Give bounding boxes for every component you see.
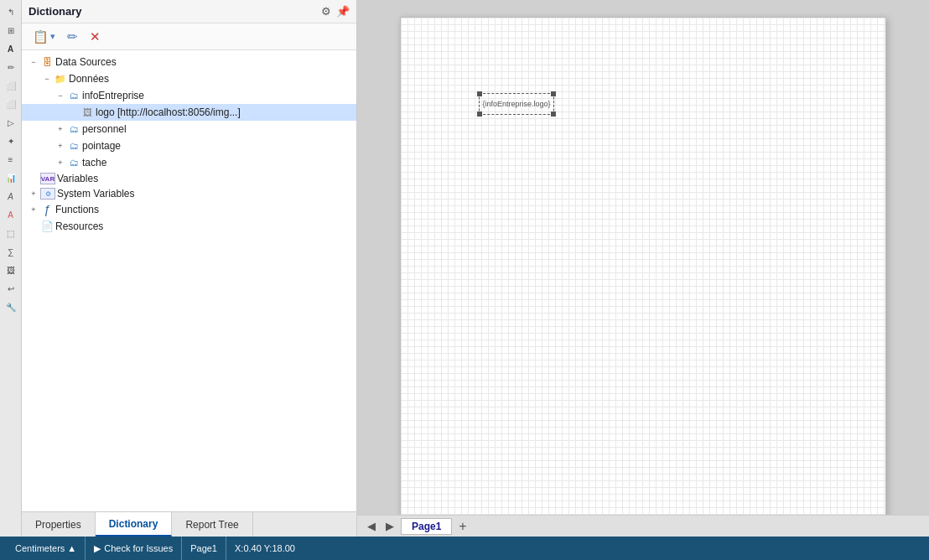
toggle-datasources[interactable]: − (29, 57, 39, 67)
logo-label: logo [http://localhost:8056/img...] (96, 106, 241, 118)
sidebar-icon-draw[interactable]: ✏ (3, 59, 19, 75)
sidebar-icon-label[interactable]: A (3, 206, 19, 223)
toggle-tache[interactable]: + (55, 158, 65, 168)
tab-dictionary-label: Dictionary (109, 518, 158, 530)
page1-tab[interactable]: Page1 (401, 518, 452, 535)
sidebar-icon-sum[interactable]: ∑ (3, 243, 19, 260)
tab-report-tree[interactable]: Report Tree (172, 512, 252, 537)
status-check[interactable]: ▶ Check for Issues (86, 537, 182, 560)
toggle-pointage[interactable]: + (55, 141, 65, 151)
status-bar: Centimeters ▲ ▶ Check for Issues Page1 X… (0, 537, 929, 560)
handle-tl[interactable] (477, 91, 482, 96)
table-icon-tache: 🗂 (67, 156, 80, 169)
toggle-logo (69, 107, 79, 117)
tree-item-functions[interactable]: + ƒ Functions (22, 201, 356, 218)
tache-label: tache (82, 157, 106, 169)
sidebar-icon-richtext[interactable]: A (3, 188, 19, 205)
sidebar-icon-rect[interactable]: ⬜ (3, 77, 19, 94)
variables-label: Variables (57, 173, 98, 184)
variables-icon: VAR (40, 173, 55, 184)
tree-item-tache[interactable]: + 🗂 tache (22, 154, 356, 171)
toggle-resources (29, 221, 39, 231)
tree-item-infoentreprise[interactable]: − 🗂 infoEntreprise (22, 87, 356, 104)
canvas-area: {infoEntreprise.logo} ◀ ▶ Page1 + (357, 0, 929, 537)
dictionary-header: Dictionary ⚙ 📌 (22, 0, 356, 23)
toggle-functions[interactable]: + (29, 205, 39, 215)
app-container: ↰ ⊞ A ✏ ⬜ ⬜ ▷ ✦ ≡ 📊 A A ⬚ ∑ 🖼 ↩ 🔧 Dictio… (0, 0, 929, 537)
handle-tr[interactable] (551, 91, 556, 96)
table-icon-pointage: 🗂 (67, 139, 80, 153)
donnees-label: Données (69, 73, 109, 85)
personnel-label: personnel (82, 123, 127, 135)
tree-item-donnees[interactable]: − 📁 Données (22, 70, 356, 87)
functions-icon: ƒ (40, 203, 54, 216)
page-navigation: ◀ ▶ Page1 + (357, 515, 929, 537)
handle-br[interactable] (551, 111, 556, 117)
sidebar-icon-table[interactable]: ⊞ (3, 22, 19, 39)
tree-item-pointage[interactable]: + 🗂 pointage (22, 137, 356, 154)
dictionary-toolbar: 📋 ▾ ✏ ✕ (22, 23, 356, 50)
tree-item-variables[interactable]: VAR Variables (22, 171, 356, 186)
sidebar-icon-cursor[interactable]: ↰ (3, 3, 19, 20)
add-icon: 📋 (33, 29, 49, 44)
header-icons: ⚙ 📌 (321, 5, 350, 18)
toggle-personnel[interactable]: + (55, 124, 65, 134)
tab-dictionary[interactable]: Dictionary (96, 512, 173, 537)
pointage-label: pointage (82, 140, 121, 152)
status-units[interactable]: Centimeters ▲ (7, 537, 86, 560)
tab-properties-label: Properties (35, 519, 81, 531)
sidebar-icon-list[interactable]: ≡ (3, 151, 19, 168)
status-page: Page1 (182, 537, 226, 560)
status-coordinates: X:0.40 Y:18.00 (226, 537, 304, 560)
toggle-systemvars[interactable]: + (29, 189, 39, 199)
sidebar-icon-arrow[interactable]: ▷ (3, 114, 19, 131)
infoentreprise-label: infoEntreprise (82, 90, 144, 101)
add-button[interactable]: 📋 ▾ (29, 27, 60, 47)
tree-item-systemvars[interactable]: + ⚙ System Variables (22, 186, 356, 201)
dictionary-panel: Dictionary ⚙ 📌 📋 ▾ ✏ ✕ − (22, 0, 357, 537)
settings-icon[interactable]: ⚙ (321, 5, 331, 18)
canvas-element-label: {infoEntreprise.logo} (482, 100, 550, 108)
folder-icon: 📁 (54, 72, 67, 86)
tree-item-resources[interactable]: 📄 Resources (22, 218, 356, 235)
bottom-tabs: Properties Dictionary Report Tree (22, 511, 356, 537)
prev-page-button[interactable]: ◀ (364, 520, 379, 532)
tree-item-datasources[interactable]: − 🗄 Data Sources (22, 54, 356, 70)
table-icon-personnel: 🗂 (67, 122, 80, 136)
canvas-element-logo[interactable]: {infoEntreprise.logo} (479, 93, 554, 115)
sidebar-icon-frame[interactable]: ⬚ (3, 225, 19, 241)
resources-icon: 📄 (40, 220, 54, 233)
tree-item-personnel[interactable]: + 🗂 personnel (22, 121, 356, 137)
page-label: Page1 (190, 543, 217, 553)
handle-bl[interactable] (477, 111, 482, 117)
dictionary-title: Dictionary (29, 5, 82, 18)
left-sidebar: ↰ ⊞ A ✏ ⬜ ⬜ ▷ ✦ ≡ 📊 A A ⬚ ∑ 🖼 ↩ 🔧 (0, 0, 22, 537)
sidebar-icon-chart[interactable]: 📊 (3, 169, 19, 186)
sidebar-icon-undo[interactable]: ↩ (3, 280, 19, 297)
canvas-scroll[interactable]: {infoEntreprise.logo} (357, 0, 929, 515)
sidebar-icon-ellipse[interactable]: ⬜ (3, 96, 19, 112)
delete-icon: ✕ (90, 29, 101, 44)
sidebar-icon-text[interactable]: A (3, 40, 19, 57)
sidebar-icon-image[interactable]: 🖼 (3, 262, 19, 278)
add-page-button[interactable]: + (455, 519, 470, 534)
sidebar-icon-tools[interactable]: 🔧 (3, 298, 19, 315)
toggle-infoentreprise[interactable]: − (55, 91, 65, 101)
tab-properties[interactable]: Properties (22, 512, 96, 537)
delete-button[interactable]: ✕ (86, 27, 105, 47)
check-label: Check for Issues (104, 543, 173, 553)
edit-icon: ✏ (67, 29, 78, 44)
coordinates-label: X:0.40 Y:18.00 (235, 543, 295, 553)
next-page-button[interactable]: ▶ (382, 520, 397, 532)
datasources-label: Data Sources (55, 56, 117, 68)
toggle-donnees[interactable]: − (42, 74, 52, 84)
pin-icon[interactable]: 📌 (336, 5, 350, 18)
tree-item-logo[interactable]: 🖼 logo [http://localhost:8056/img...] (22, 104, 356, 121)
sidebar-icon-star[interactable]: ✦ (3, 132, 19, 149)
edit-button[interactable]: ✏ (63, 27, 82, 47)
check-arrow: ▶ (94, 543, 101, 554)
table-icon: 🗂 (67, 89, 80, 102)
image-icon: 🖼 (80, 106, 94, 119)
systemvars-label: System Variables (57, 188, 134, 200)
tab-report-tree-label: Report Tree (185, 519, 238, 531)
